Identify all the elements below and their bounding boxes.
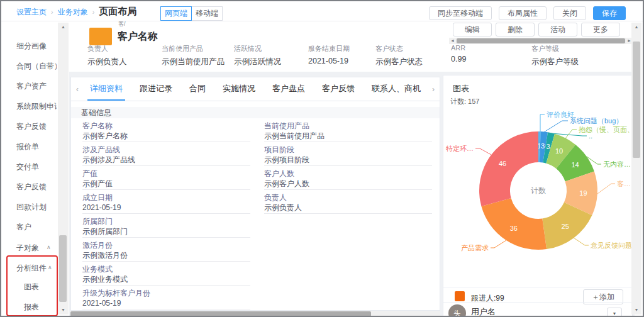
breadcrumb-objects[interactable]: 业务对象 [58, 7, 88, 18]
header-field-current-product[interactable]: 当前使用产品 示例当前使用产品 [162, 44, 234, 67]
sidebar-item-segment-profile[interactable]: 细分画像 [16, 41, 47, 52]
close-button[interactable]: 关闭 [553, 6, 586, 20]
field-output-value[interactable]: 产值示例产值 [82, 169, 250, 190]
header-field-owner[interactable]: 负责人 示例负责人 [87, 44, 162, 67]
field-benchmark-upgrade-month[interactable]: 升级为标杆客户月份2021-05-19 [82, 288, 250, 309]
header-field-service-end-date[interactable]: 服务结束日期 2021-05-19 [308, 44, 375, 67]
save-button[interactable]: 保存 [593, 6, 626, 20]
form-column-right: 当前使用产品示例当前使用产品 项目阶段示例项目阶段 客户人数示例客户人数 负责人… [264, 121, 432, 311]
sync-to-mobile-button[interactable]: 同步至移动端 [429, 6, 492, 20]
callout-line [574, 238, 589, 245]
field-current-product[interactable]: 当前使用产品示例当前使用产品 [264, 121, 432, 142]
field-department[interactable]: 所属部门示例所属部门 [82, 216, 250, 238]
field-product-lines[interactable]: 涉及产品线示例涉及产品线 [82, 145, 250, 166]
sidebar-group-analysis-components[interactable]: 分析组件 [16, 263, 47, 274]
slice-callout-label: 抱怨（慢、页面、… [579, 126, 633, 133]
tab-detail-info[interactable]: 详细资料 [90, 77, 123, 101]
sidebar-item-report[interactable]: 报表 [24, 302, 39, 313]
hscrollbar-thumb[interactable] [457, 38, 625, 43]
scroll-down-icon[interactable]: ▼ [58, 306, 69, 314]
donut-chart: 1评价良好3系统问题（bug）3..10抱怨（慢、页面、…14无内容…19客…2… [443, 104, 633, 278]
customer-name-title: 客户名称 [118, 30, 158, 43]
collapse-caret-icon[interactable]: ∧ [47, 244, 51, 250]
slice-value-label: 14 [571, 161, 579, 169]
layout-properties-button[interactable]: 布局属性 [499, 6, 547, 20]
sidebar-item-system-limit-detail[interactable]: 系统限制申请明细 [16, 101, 57, 112]
slice-value-label: 25 [562, 223, 569, 230]
page-vscrollbar[interactable]: ▲ ▼ [631, 23, 641, 314]
sidebar-item-customer-feedback-2[interactable]: 客户反馈 [16, 182, 47, 192]
sidebar: 细分画像 合同（自带） 客户资产 系统限制申请明细 客户反馈 报价单 交付单 客… [1, 21, 58, 316]
donut-chart-svg: 1评价良好3系统问题（bug）3..10抱怨（慢、页面、…14无内容…19客…2… [443, 104, 633, 278]
scroll-down-icon[interactable]: ▼ [631, 306, 641, 314]
pie-slice-8[interactable] [479, 131, 538, 206]
form-column-left: 客户名称示例客户名称 涉及产品线示例涉及产品线 产值示例产值 成立日期2021-… [82, 121, 250, 311]
view-switch: 网页端 移动端 [160, 6, 223, 21]
page-vscrollbar-thumb[interactable] [633, 42, 640, 158]
tab-contacts-opportunities[interactable]: 联系人、商机 [372, 77, 421, 101]
callout-line [475, 148, 491, 155]
user-dropdown-button[interactable]: ▼ [607, 308, 622, 317]
follower-icon [455, 291, 465, 301]
scroll-left-icon[interactable]: ◄ [449, 38, 456, 44]
detail-card: ‹ 详细资料 跟进记录 合同 实施情况 客户盘点 客户反馈 联系人、商机 › 基… [70, 77, 440, 311]
sidebar-item-quotation[interactable]: 报价单 [16, 142, 39, 152]
hscrollbar-thumb[interactable] [70, 311, 371, 316]
page-layout-designer-window: 设置主页 › 业务对象 › 页面布局 网页端 移动端 同步至移动端 布局属性 关… [0, 0, 644, 317]
header-field-customer-level[interactable]: 客户等级 示例客户等级 [531, 44, 579, 67]
sidebar-item-delivery-order[interactable]: 交付单 [16, 162, 39, 172]
tab-customer-feedback[interactable]: 客户反馈 [322, 77, 355, 101]
tab-implementation[interactable]: 实施情况 [223, 77, 255, 101]
sidebar-scrollbar-thumb[interactable] [59, 235, 67, 302]
sidebar-item-customer[interactable]: 客户 [16, 222, 31, 233]
callout-line [544, 121, 568, 132]
slice-callout-label: 系统问题（bug） [570, 117, 623, 125]
sidebar-item-contract-builtin[interactable]: 合同（自带） [16, 61, 57, 72]
sidebar-item-payment-plan[interactable]: 回款计划 [16, 202, 47, 213]
breadcrumb-separator-icon: › [51, 8, 53, 16]
tab-follow-records[interactable]: 跟进记录 [140, 77, 172, 101]
tabs-prev-icon[interactable]: ‹ [76, 85, 79, 94]
field-business-model[interactable]: 业务模式示例业务模式 [82, 264, 250, 286]
field-owner[interactable]: 负责人示例负责人 [264, 192, 432, 214]
sidebar-group-sub-objects[interactable]: 子对象 [16, 243, 39, 253]
callout-line [597, 184, 615, 194]
breadcrumb-home[interactable]: 设置主页 [16, 7, 47, 18]
sidebar-item-chart[interactable]: 图表 [24, 282, 39, 292]
collapse-caret-icon[interactable]: ∧ [48, 264, 52, 270]
slice-callout-label: 客… [617, 180, 631, 187]
field-project-stage[interactable]: 项目阶段示例项目阶段 [264, 145, 432, 166]
header-field-activity[interactable]: 活跃情况 示例活跃情况 [234, 44, 308, 67]
basic-info-form: 客户名称示例客户名称 涉及产品线示例涉及产品线 产值示例产值 成立日期2021-… [71, 118, 440, 311]
header-field-customer-status[interactable]: 客户状态 示例客户状态 [375, 44, 451, 67]
more-button[interactable]: 更多 [581, 23, 620, 36]
sidebar-scrollbar[interactable]: ▲ ▼ [58, 23, 69, 314]
edit-button[interactable]: 编辑 [453, 23, 492, 36]
top-toolbar: 设置主页 › 业务对象 › 页面布局 网页端 移动端 同步至移动端 布局属性 关… [1, 1, 643, 21]
field-customer-name[interactable]: 客户名称示例客户名称 [82, 121, 250, 142]
delete-button[interactable]: 删除 [496, 23, 535, 36]
slice-value-label: 3 [541, 142, 545, 150]
sidebar-item-customer-assets[interactable]: 客户资产 [16, 81, 47, 92]
sidebar-item-customer-feedback[interactable]: 客户反馈 [16, 121, 47, 132]
tab-customer-review[interactable]: 客户盘点 [272, 77, 305, 101]
divider [443, 287, 632, 287]
customer-avatar [89, 28, 112, 45]
tab-web-view[interactable]: 网页端 [160, 6, 192, 21]
user-avatar: 头 [448, 304, 466, 317]
header-field-arr[interactable]: ARR 0.99 [451, 44, 531, 67]
scroll-up-icon[interactable]: ▲ [58, 23, 69, 31]
field-activation-month[interactable]: 激活月份示例激活月份 [82, 240, 250, 262]
slice-value-label: 36 [510, 225, 518, 232]
callout-line [565, 130, 577, 138]
scroll-up-icon[interactable]: ▲ [631, 23, 641, 31]
record-actions-hscrollbar[interactable]: ◄ ► [449, 38, 633, 44]
tab-mobile-view[interactable]: 移动端 [191, 6, 223, 21]
tabs-next-icon[interactable]: › [432, 85, 435, 94]
tab-contract[interactable]: 合同 [189, 77, 206, 101]
record-header-fields: 负责人 示例负责人 当前使用产品 示例当前使用产品 活跃情况 示例活跃情况 服务… [87, 44, 579, 67]
activity-button[interactable]: 活动 [538, 23, 577, 36]
field-customer-count[interactable]: 客户人数示例客户人数 [264, 169, 432, 190]
field-founded-date[interactable]: 成立日期2021-05-19 [82, 192, 250, 214]
detail-card-hscrollbar[interactable] [70, 311, 440, 316]
